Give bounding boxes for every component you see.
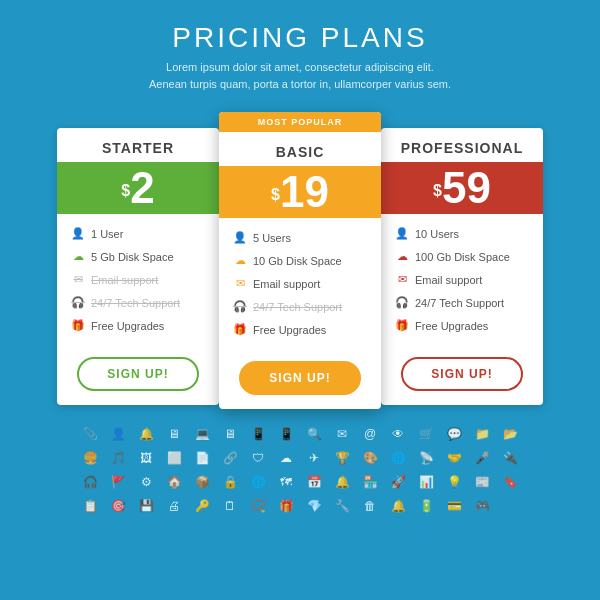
price-symbol-professional: $ [433,182,442,200]
features-professional: 👤 10 Users ☁ 100 Gb Disk Space ✉ Email s… [381,214,543,347]
feature-icon: 🎁 [71,319,85,332]
icon-cell: 💬 [440,423,468,445]
icon-cell: 🎤 [468,447,496,469]
feature-icon: ✉ [395,273,409,286]
icon-cell: 🔧 [328,495,356,517]
signup-button-basic[interactable]: SIGN UP! [239,361,360,395]
feature-item: 🎧 24/7 Tech Support [57,291,219,314]
icon-cell: 🗺 [272,471,300,493]
icon-cell: 📱 [244,423,272,445]
icon-cell: 🔗 [216,447,244,469]
icon-cell: 🎵 [104,447,132,469]
icon-cell: 🎨 [356,447,384,469]
icon-cell: ✉ [328,423,356,445]
icon-cell: 📿 [244,495,272,517]
feature-icon: ☁ [71,250,85,263]
signup-button-starter[interactable]: SIGN UP! [77,357,198,391]
feature-text: 10 Users [415,228,459,240]
feature-item: ☁ 10 Gb Disk Space [219,249,381,272]
features-basic: 👤 5 Users ☁ 10 Gb Disk Space ✉ Email sup… [219,218,381,351]
icon-grid: 📎👤🔔🖥💻🖥📱📱🔍✉@👁🛒💬📁📂🍔🎵🖼⬜📄🔗🛡☁✈🏆🎨🌐📡🤝🎤🔌🎧🚩⚙🏠📦🔒🌐🗺… [66,423,534,517]
feature-icon: 🎧 [395,296,409,309]
price-block-starter: $ 2 [57,162,219,214]
icon-cell: 🏆 [328,447,356,469]
price-block-basic: $ 19 [219,166,381,218]
plan-card-basic: MOST POPULARBASIC $ 19 👤 5 Users ☁ 10 Gb… [219,112,381,409]
icon-cell: 🔑 [188,495,216,517]
icon-cell: ✈ [300,447,328,469]
feature-text: Email support [253,278,320,290]
price-symbol-starter: $ [121,182,130,200]
icon-cell: 🎁 [272,495,300,517]
icon-cell: 🛒 [412,423,440,445]
signup-button-professional[interactable]: SIGN UP! [401,357,522,391]
feature-text: 24/7 Tech Support [253,301,342,313]
feature-icon: 🎁 [395,319,409,332]
feature-item: 🎧 24/7 Tech Support [219,295,381,318]
price-amount-basic: 19 [280,170,329,214]
feature-text: 5 Gb Disk Space [91,251,174,263]
feature-icon: 🎧 [71,296,85,309]
icon-cell: 🔔 [384,495,412,517]
icon-cell: 🔌 [496,447,524,469]
icon-cell: 📱 [272,423,300,445]
feature-icon: 👤 [233,231,247,244]
plan-card-starter: STARTER $ 2 👤 1 User ☁ 5 Gb Disk Space ✉… [57,128,219,405]
icon-cell: 🔒 [216,471,244,493]
icon-cell: 🖼 [132,447,160,469]
feature-icon: ✉ [233,277,247,290]
icon-cell: 💻 [188,423,216,445]
icon-cell: 📡 [412,447,440,469]
icon-cell: 🤝 [440,447,468,469]
feature-icon: 👤 [71,227,85,240]
icon-cell: 🗑 [356,495,384,517]
plan-name-professional: PROFESSIONAL [381,128,543,162]
feature-item: ☁ 100 Gb Disk Space [381,245,543,268]
features-starter: 👤 1 User ☁ 5 Gb Disk Space ✉ Email suppo… [57,214,219,347]
icon-cell: ☁ [272,447,300,469]
feature-icon: 👤 [395,227,409,240]
price-symbol-basic: $ [271,186,280,204]
icon-cell: 🖨 [160,495,188,517]
icon-cell: 💎 [300,495,328,517]
feature-text: Free Upgrades [91,320,164,332]
feature-item: ☁ 5 Gb Disk Space [57,245,219,268]
icon-cell: 🎧 [76,471,104,493]
price-block-professional: $ 59 [381,162,543,214]
icon-cell: 🔋 [412,495,440,517]
price-amount-professional: 59 [442,166,491,210]
feature-text: Free Upgrades [253,324,326,336]
feature-item: 👤 1 User [57,222,219,245]
feature-icon: 🎧 [233,300,247,313]
icon-cell: 🍔 [76,447,104,469]
feature-text: Email support [415,274,482,286]
feature-item: ✉ Email support [381,268,543,291]
plan-name-basic: BASIC [219,132,381,166]
icon-cell: ⬜ [160,447,188,469]
plan-name-starter: STARTER [57,128,219,162]
icon-cell: 📊 [412,471,440,493]
feature-text: 10 Gb Disk Space [253,255,342,267]
feature-icon: 🎁 [233,323,247,336]
signup-area-basic: SIGN UP! [219,351,381,409]
feature-icon: ☁ [395,250,409,263]
signup-area-starter: SIGN UP! [57,347,219,405]
page-title: PRICING PLANS [149,22,451,54]
header: PRICING PLANS Lorem ipsum dolor sit amet… [149,0,451,106]
icon-cell: 🌐 [244,471,272,493]
icon-cell: 🚩 [104,471,132,493]
icon-cell: 📰 [468,471,496,493]
icon-cell: 💡 [440,471,468,493]
icon-cell: 🏪 [356,471,384,493]
icon-cell: 📁 [468,423,496,445]
icon-cell: 🎯 [104,495,132,517]
feature-item: 🎁 Free Upgrades [381,314,543,337]
feature-text: 5 Users [253,232,291,244]
icon-cell: 🗒 [216,495,244,517]
feature-icon: ☁ [233,254,247,267]
icon-cell: 🖥 [216,423,244,445]
feature-text: Free Upgrades [415,320,488,332]
plan-card-professional: PROFESSIONAL $ 59 👤 10 Users ☁ 100 Gb Di… [381,128,543,405]
icon-cell: 📂 [496,423,524,445]
icon-cell: 🔔 [328,471,356,493]
